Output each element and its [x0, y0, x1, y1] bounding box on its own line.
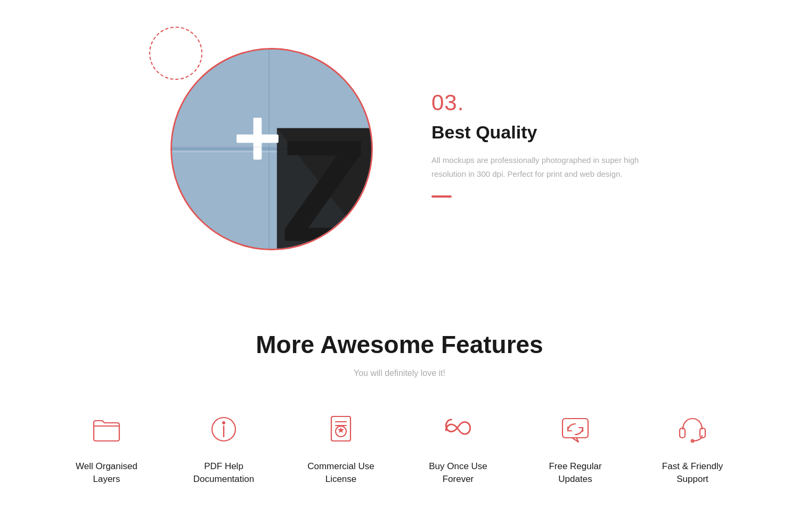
feature-description: All mockups are professionally photograp… — [431, 153, 645, 181]
feature-label-updates: Free RegularUpdates — [549, 460, 601, 486]
feature-item-updates: Free RegularUpdates — [517, 410, 634, 486]
feature-label-pdf: PDF HelpDocumentation — [193, 460, 254, 486]
refresh-icon — [556, 410, 594, 448]
top-section: 03. Best Quality All mockups are profess… — [0, 0, 799, 298]
feature-item-commercial: Commercial UseLicense — [282, 410, 399, 486]
feature-item-pdf: PDF HelpDocumentation — [165, 410, 282, 486]
mockup-container — [154, 32, 378, 256]
section-subheading: You will definitely love it! — [43, 369, 756, 378]
feature-label-buy-once: Buy Once UseForever — [429, 460, 487, 486]
svg-rect-8 — [237, 134, 279, 143]
section-heading: More Awesome Features — [43, 330, 756, 359]
layers-icon — [87, 410, 126, 448]
feature-label-commercial: Commercial UseLicense — [307, 460, 374, 486]
feature-label-layers: Well OrganisedLayers — [76, 460, 137, 486]
headset-icon — [673, 410, 712, 448]
feature-title: Best Quality — [431, 122, 645, 143]
features-section: More Awesome Features You will definitel… — [0, 298, 799, 528]
feature-number: 03. — [431, 90, 645, 116]
svg-rect-19 — [680, 428, 685, 438]
features-grid: Well OrganisedLayers PDF HelpDocumentati… — [43, 410, 756, 486]
feature-label-support: Fast & FriendlySupport — [662, 460, 723, 486]
red-divider — [431, 195, 452, 198]
pdf-icon — [205, 410, 243, 448]
feature-item-buy-once: Buy Once UseForever — [399, 410, 517, 486]
feature-item-layers: Well OrganisedLayers — [48, 410, 165, 486]
mockup-circle-image — [170, 48, 373, 250]
svg-point-12 — [223, 422, 225, 424]
infinity-icon — [439, 410, 477, 448]
license-icon — [322, 410, 360, 448]
dashed-circle-decoration — [149, 27, 202, 80]
svg-rect-20 — [700, 428, 705, 438]
feature-item-support: Fast & FriendlySupport — [634, 410, 751, 486]
feature-text-block: 03. Best Quality All mockups are profess… — [431, 90, 645, 198]
